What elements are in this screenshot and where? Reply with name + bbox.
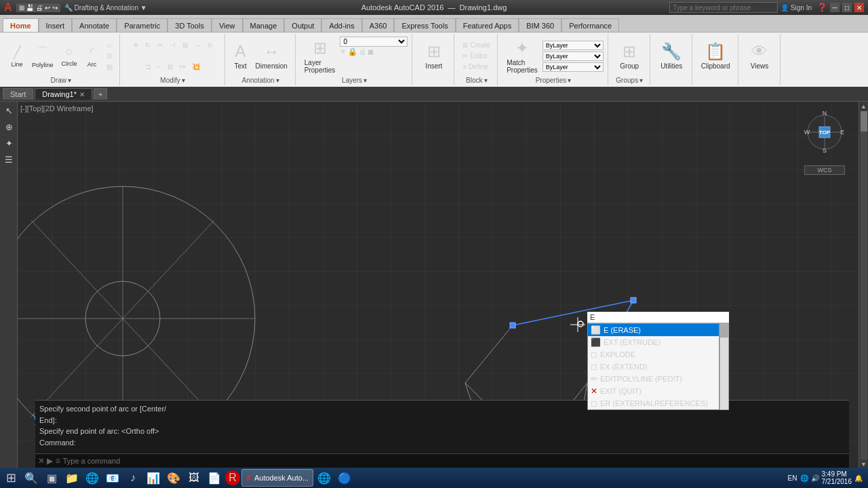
tool-utilities[interactable]: 🔧 Utilities [657, 40, 686, 72]
tool-block-editor[interactable]: ✏ Editor [460, 51, 490, 61]
scroll-down-btn[interactable]: ▼ [861, 461, 867, 468]
taskbar-paint[interactable]: 🎨 [164, 469, 183, 487]
maximize-btn[interactable]: □ [842, 3, 852, 12]
layer-dropdown[interactable]: 0 [340, 37, 408, 47]
block-group-label[interactable]: Block ▾ [466, 77, 487, 84]
tab-output[interactable]: Output [284, 18, 321, 32]
tab-close-btn[interactable]: ✕ [79, 91, 85, 98]
tool-rotate[interactable]: ↻ [142, 40, 153, 50]
taskbar-speaker[interactable]: 🔊 [811, 474, 819, 482]
tool-arc[interactable]: ◜ Arc [82, 43, 102, 70]
tool-extend[interactable]: ↦ [177, 62, 188, 72]
tab-bim360[interactable]: BIM 360 [519, 18, 561, 32]
ac-item-extend[interactable]: ◻ EX (EXTEND) [588, 361, 719, 373]
scroll-thumb[interactable] [861, 111, 867, 131]
layer-icon-2[interactable]: 🔒 [348, 47, 357, 56]
tool-circle[interactable]: ○ Circle [58, 43, 81, 69]
close-btn[interactable]: ✕ [854, 3, 864, 12]
tool-copy[interactable]: ⎘ [205, 40, 215, 50]
autocomplete-scrollbar[interactable] [719, 323, 729, 410]
minimize-btn[interactable]: ─ [830, 3, 840, 12]
ac-item-xref[interactable]: ◻ ER (EXTERNALREFERENCES) [588, 397, 719, 409]
taskbar-explorer[interactable]: 📁 [62, 469, 81, 487]
tool-stretch[interactable]: ↔ [192, 40, 204, 50]
linetype-dropdown[interactable]: ByLayer [542, 52, 604, 61]
taskbar-notifications[interactable]: 🔔 [854, 474, 863, 482]
leftbar-btn-2[interactable]: ⊕ [1, 119, 16, 134]
modify-group-label[interactable]: Modify ▾ [160, 77, 184, 84]
tool-scale[interactable]: ⊞ [180, 40, 191, 50]
taskbar-network[interactable]: 🌐 [800, 474, 808, 482]
tool-hatch[interactable]: ⊡ [104, 51, 115, 61]
draw-group-label[interactable]: Draw ▾ [51, 77, 71, 84]
taskbar-autocad[interactable]: A Autodesk Auto... [241, 469, 313, 487]
tool-offset[interactable]: ⊐ [142, 62, 153, 72]
tool-create-block[interactable]: ⊞ Create [460, 40, 493, 50]
tool-trim[interactable]: ✂ [155, 40, 165, 50]
tool-explode[interactable]: 💥 [189, 62, 203, 72]
tool-group[interactable]: ⊞ Group [616, 40, 642, 72]
tool-views[interactable]: 👁 Views [747, 40, 772, 72]
autocomplete-scroll-thumb[interactable] [720, 324, 728, 338]
tab-view[interactable]: View [212, 18, 243, 32]
tool-mirror[interactable]: ⊣ [167, 40, 178, 50]
color-dropdown[interactable]: ByLayer [542, 41, 604, 50]
leftbar-btn-3[interactable]: ✦ [1, 136, 16, 150]
tool-insert[interactable]: ⊞ Insert [422, 40, 446, 72]
taskbar-music[interactable]: ♪ [123, 469, 142, 487]
tool-line[interactable]: ╱ Line [7, 43, 27, 70]
taskbar-red[interactable]: R [225, 470, 240, 485]
tab-a360[interactable]: A360 [362, 18, 395, 32]
leftbar-btn-1[interactable]: ↖ [1, 103, 16, 118]
workspace-selector[interactable]: 🔧 Drafting & Annotation ▼ [64, 4, 147, 12]
ac-item-erase[interactable]: ⬜ E (ERASE) [588, 324, 719, 336]
quick-access-toolbar[interactable]: ⊞ 💾 🖨 ↩ ↪ [16, 3, 60, 12]
tab-home[interactable]: Home [3, 18, 39, 32]
taskbar-task-view[interactable]: ▣ [42, 469, 61, 487]
layer-icon-3[interactable]: 🖨 [359, 47, 366, 56]
lineweight-dropdown[interactable]: ByLayer [542, 62, 604, 72]
layers-group-label[interactable]: Layers ▾ [342, 77, 367, 84]
tool-rectangle[interactable]: ▭ [104, 40, 115, 50]
tab-annotate[interactable]: Annotate [72, 18, 117, 32]
tool-clipboard[interactable]: 📋 Clipboard [698, 40, 734, 72]
tool-array[interactable]: ⊞ [165, 62, 176, 72]
cmd-icons[interactable]: ✕ ▶ ≡ [38, 456, 60, 466]
tool-match-properties[interactable]: ✦ MatchProperties [503, 37, 541, 76]
ac-item-editpoly[interactable]: ✏ EDITPOLYLINE (PEDIT) [588, 373, 719, 385]
tab-insert[interactable]: Insert [39, 18, 73, 32]
tab-performance[interactable]: Performance [561, 18, 619, 32]
tab-manage[interactable]: Manage [243, 18, 285, 32]
taskbar-acrobat[interactable]: 📄 [205, 469, 224, 487]
canvas-area[interactable]: [-][Top][2D Wireframe] [18, 102, 859, 468]
tool-fillet[interactable]: ⌐ [155, 62, 164, 72]
tool-define-attr[interactable]: ≡ Define [460, 62, 491, 72]
layer-icon-1[interactable]: ☀ [340, 47, 347, 56]
help-btn[interactable]: ❓ [817, 3, 827, 12]
taskbar-excel[interactable]: 📊 [144, 469, 163, 487]
taskbar-ps[interactable]: 🖼 [184, 469, 203, 487]
tool-gradient[interactable]: ▤ [104, 62, 115, 72]
tab-addins[interactable]: Add-ins [321, 18, 361, 32]
ac-item-explode[interactable]: ◻ EXPLODE [588, 348, 719, 361]
right-scrollbar[interactable]: ▲ ▼ [859, 102, 868, 468]
leftbar-btn-4[interactable]: ☰ [1, 152, 16, 167]
taskbar-extra1[interactable]: 🌐 [315, 469, 334, 487]
windows-start-btn[interactable]: ⊞ [1, 469, 20, 487]
taskbar-lang[interactable]: EN [788, 474, 797, 482]
command-input-field[interactable] [60, 455, 846, 466]
ac-item-extrude[interactable]: ⬛ EXT (EXTRUDE) [588, 336, 719, 348]
properties-group-label[interactable]: Properties ▾ [536, 77, 572, 84]
layer-icon-4[interactable]: ◼ [368, 47, 374, 56]
taskbar-extra2[interactable]: 🔵 [335, 469, 354, 487]
tool-dimension[interactable]: ↔ Dimension [252, 40, 291, 72]
taskbar-mail[interactable]: 📧 [103, 469, 122, 487]
tab-drawing1[interactable]: Drawing1* ✕ [35, 88, 92, 100]
tab-3dtools[interactable]: 3D Tools [167, 18, 212, 32]
scroll-track[interactable] [861, 111, 867, 460]
tool-layer-properties[interactable]: ⊞ LayerProperties [301, 37, 339, 76]
sign-in[interactable]: 👤 Sign In [781, 4, 812, 12]
tab-expresstools[interactable]: Express Tools [394, 18, 455, 32]
search-input[interactable] [669, 2, 778, 13]
tab-new[interactable]: + [94, 88, 107, 100]
